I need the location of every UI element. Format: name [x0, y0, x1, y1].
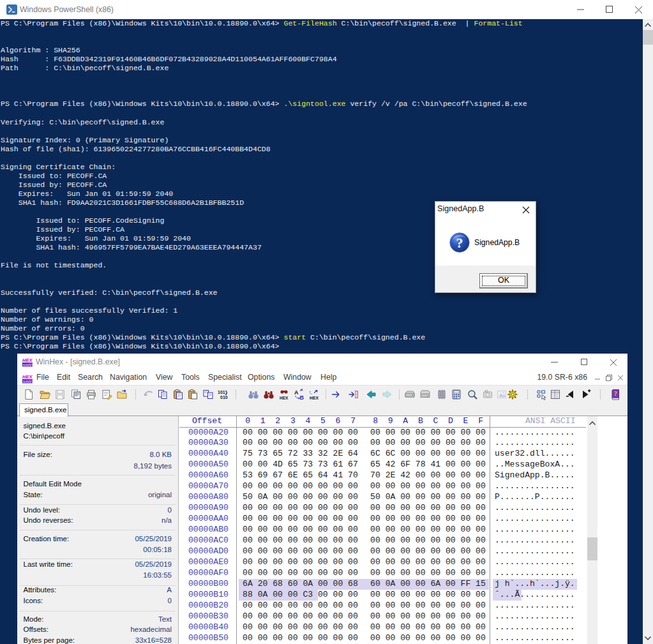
svg-text:?: ? [456, 235, 463, 251]
svg-text:?: ? [614, 390, 617, 397]
svg-text:HEX: HEX [22, 357, 33, 363]
svg-text:010: 010 [220, 395, 228, 400]
svg-text:SAVVY: SAVVY [23, 380, 33, 384]
svg-text:A: A [294, 389, 299, 396]
svg-text:B: B [300, 394, 304, 401]
svg-text:HEX: HEX [22, 374, 33, 380]
svg-text:101: 101 [218, 390, 225, 394]
svg-text:HEX: HEX [310, 396, 319, 400]
svg-text:HEX: HEX [280, 396, 289, 400]
svg-text:SAVVY: SAVVY [23, 363, 33, 367]
